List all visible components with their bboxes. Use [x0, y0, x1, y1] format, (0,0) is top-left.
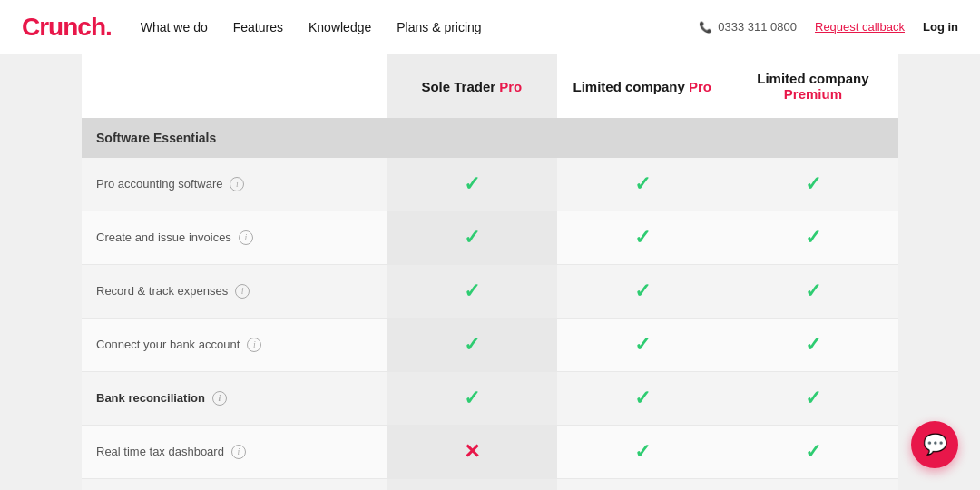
comparison-table-wrapper: Sole Trader Pro Limited company Pro Limi… [82, 54, 898, 490]
main-content: Sole Trader Pro Limited company Pro Limi… [0, 54, 980, 490]
phone-icon: 📞 [699, 21, 712, 34]
check-icon: ✓ [634, 387, 651, 409]
table-row: Bank reconciliation i ✓ ✓ ✓ [82, 372, 898, 426]
nav-item-what-we-do[interactable]: What we do [141, 20, 208, 34]
info-icon[interactable]: i [239, 230, 253, 245]
sole-trader-label: Sole Trader [421, 79, 499, 94]
limited-company-premium-header: Limited company Premium [728, 54, 898, 118]
limited-company-premium-label: Limited company [757, 71, 868, 86]
feature-label-container: Bank reconciliation i [96, 390, 372, 407]
table-row: Record & track expenses i ✓ ✓ ✓ [82, 265, 898, 318]
feature-label-cell: Create and issue invoices i [82, 211, 387, 265]
limited-company-premium-highlight: Premium [742, 86, 884, 102]
limited-company-pro-cell: ✓ [557, 265, 728, 318]
comparison-table: Sole Trader Pro Limited company Pro Limi… [82, 54, 898, 490]
feature-label-cell: Record & track expenses i [82, 265, 387, 318]
phone-number-text: 0333 311 0800 [718, 20, 797, 34]
check-icon: ✓ [464, 387, 480, 409]
limited-company-pro-cell: ✓ [557, 426, 728, 479]
header-right: 📞 0333 311 0800 Request callback Log in [699, 20, 958, 34]
nav-item-knowledge[interactable]: Knowledge [309, 20, 371, 34]
check-icon: ✓ [634, 172, 651, 195]
sole-trader-pro-cell: ✕ [387, 426, 557, 479]
main-nav: What we do Features Knowledge Plans & pr… [141, 20, 699, 34]
section-label: Software Essentials [82, 118, 898, 158]
feature-label-cell: Bank reconciliation i [82, 372, 387, 426]
sole-trader-pro-cell: ✓ [387, 158, 557, 211]
cross-icon: ✕ [464, 440, 480, 463]
phone-number: 📞 0333 311 0800 [699, 20, 797, 34]
feature-text: Pro accounting software [96, 176, 222, 192]
feature-label-cell: Real time tax dashboard i [82, 426, 387, 479]
check-icon: ✓ [464, 279, 480, 302]
info-icon[interactable]: i [231, 445, 246, 459]
check-icon: ✓ [805, 387, 821, 409]
request-callback-link[interactable]: Request callback [815, 20, 905, 34]
limited-company-pro-label: Limited company [573, 79, 690, 94]
feature-label-cell: Connect your bank account i [82, 318, 387, 372]
check-icon: ✓ [464, 172, 480, 195]
sole-trader-pro-cell: ✓ [387, 372, 557, 426]
limited-company-pro-highlight: Pro [689, 79, 711, 94]
limited-company-premium-cell: ✓ [728, 211, 898, 265]
logo-text: Crunch. [22, 13, 112, 41]
logo[interactable]: Crunch. [22, 13, 112, 42]
empty-cell [82, 479, 387, 491]
feature-text: Record & track expenses [96, 283, 228, 299]
sole-trader-pro-cell: ✓ [387, 265, 557, 318]
limited-company-premium-cell: ✓ [728, 426, 898, 479]
empty-cell [387, 479, 557, 491]
feature-text: Real time tax dashboard [96, 444, 224, 460]
feature-label-container: Real time tax dashboard i [96, 444, 372, 460]
check-icon: ✓ [634, 226, 651, 249]
check-icon: ✓ [634, 279, 651, 302]
section-software-essentials: Software Essentials [82, 118, 898, 158]
logo-dot: . [105, 13, 112, 41]
limited-company-premium-cell: ✓ [728, 265, 898, 318]
table-row-empty [82, 479, 898, 491]
feature-label-cell: Pro accounting software i [82, 158, 387, 211]
check-icon: ✓ [805, 333, 821, 356]
limited-company-pro-cell: ✓ [557, 211, 728, 265]
info-icon[interactable]: i [235, 284, 250, 299]
nav-item-features[interactable]: Features [233, 20, 283, 34]
feature-text: Bank reconciliation [96, 390, 205, 407]
nav-item-plans[interactable]: Plans & pricing [397, 20, 481, 34]
sole-trader-pro-title: Sole Trader Pro [421, 79, 522, 94]
feature-text: Create and issue invoices [96, 230, 231, 246]
chat-button[interactable]: 💬 [911, 421, 958, 468]
limited-company-premium-title: Limited company Premium [742, 71, 884, 102]
limited-company-pro-title: Limited company Pro [573, 79, 712, 94]
check-icon: ✓ [805, 440, 821, 463]
limited-company-pro-cell: ✓ [557, 372, 728, 426]
info-icon[interactable]: i [230, 177, 244, 191]
check-icon: ✓ [805, 279, 821, 302]
table-row: Create and issue invoices i ✓ ✓ ✓ [82, 211, 898, 265]
sole-trader-pro-cell: ✓ [387, 318, 557, 372]
check-icon: ✓ [464, 226, 480, 249]
empty-cell [728, 479, 898, 491]
feature-label-container: Connect your bank account i [96, 337, 372, 353]
empty-cell [557, 479, 728, 491]
info-icon[interactable]: i [247, 338, 261, 352]
check-icon: ✓ [805, 226, 821, 249]
check-icon: ✓ [464, 333, 480, 356]
table-row: Connect your bank account i ✓ ✓ ✓ [82, 318, 898, 372]
feature-label-container: Create and issue invoices i [96, 230, 372, 246]
limited-company-premium-cell: ✓ [728, 318, 898, 372]
chat-icon: 💬 [923, 433, 947, 456]
table-row: Real time tax dashboard i ✕ ✓ ✓ [82, 426, 898, 479]
check-icon: ✓ [805, 172, 821, 195]
sole-trader-pro-cell: ✓ [387, 211, 557, 265]
section-label-text: Software Essentials [96, 131, 216, 145]
check-icon: ✓ [634, 333, 651, 356]
info-icon[interactable]: i [212, 391, 227, 406]
feature-text: Connect your bank account [96, 337, 240, 353]
limited-company-pro-cell: ✓ [557, 158, 728, 211]
login-link[interactable]: Log in [923, 20, 958, 34]
header: Crunch. What we do Features Knowledge Pl… [0, 0, 980, 54]
limited-company-pro-cell: ✓ [557, 318, 728, 372]
table-header-row: Sole Trader Pro Limited company Pro Limi… [82, 54, 898, 118]
sole-trader-pro-header: Sole Trader Pro [387, 54, 557, 118]
feature-label-container: Record & track expenses i [96, 283, 372, 299]
